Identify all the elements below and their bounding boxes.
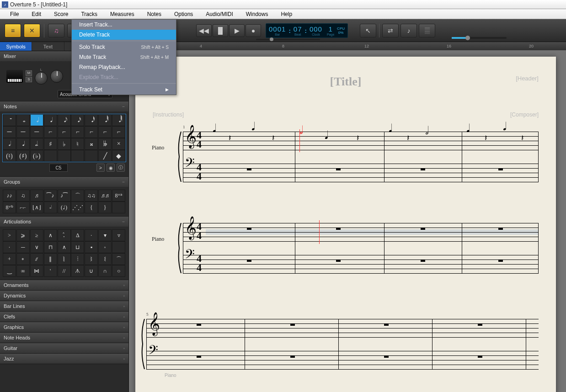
- score-title[interactable]: [Title]: [330, 75, 362, 89]
- whole-rest[interactable]: [421, 228, 425, 230]
- menu-audio-midi[interactable]: Audio/MIDI: [199, 10, 239, 19]
- note-symbol-cell[interactable]: ⌐: [71, 126, 84, 138]
- group-symbol-cell[interactable]: ⌊∧⌋: [30, 201, 43, 213]
- whole-rest[interactable]: [498, 168, 503, 170]
- whole-rest[interactable]: [197, 355, 201, 358]
- note-symbol-cell[interactable]: [58, 150, 71, 162]
- note-symbol-cell[interactable]: 𝅗𝅥: [30, 114, 43, 126]
- articulation-symbol-cell[interactable]: //: [58, 265, 71, 277]
- group-symbol-cell[interactable]: ♪♪: [3, 190, 16, 201]
- articulation-symbol-cell[interactable]: ∥: [44, 253, 57, 265]
- whole-rest[interactable]: [197, 323, 201, 326]
- articulation-symbol-cell[interactable]: ·: [3, 241, 16, 253]
- collapsed-header-graphics[interactable]: Graphics▫: [0, 322, 128, 332]
- tab-symbols[interactable]: Symbols: [0, 42, 32, 51]
- collapsed-header-note heads[interactable]: Note Heads▫: [0, 333, 128, 343]
- note-symbol-cell[interactable]: 𝅘𝅥𝅮: [58, 114, 71, 126]
- dd-track-set[interactable]: Track Set▶: [72, 85, 176, 95]
- articulation-symbol-cell[interactable]: ○: [112, 265, 125, 277]
- group-symbol-cell[interactable]: ⌒: [71, 190, 84, 201]
- articulation-symbol-cell[interactable]: ∞: [16, 265, 30, 277]
- note-symbol-cell[interactable]: ♭: [58, 138, 71, 150]
- articulation-symbol-cell[interactable]: ⩾: [16, 229, 30, 241]
- group-symbol-cell[interactable]: ♪⁀: [58, 190, 71, 201]
- menu-file[interactable]: File: [4, 10, 25, 19]
- group-symbol-cell[interactable]: 𝆺𝅥: [44, 201, 57, 213]
- articulation-symbol-cell[interactable]: ∨: [30, 241, 43, 253]
- transport-counter[interactable]: 0001Bar: 07Beat: 000Clock 1Page CPU0%: [266, 23, 348, 38]
- note-symbol-cell[interactable]: 𝄪: [85, 138, 98, 150]
- groups-header[interactable]: Groups−: [0, 177, 128, 187]
- menu-score[interactable]: Score: [48, 10, 75, 19]
- articulation-symbol-cell[interactable]: ⊔: [71, 241, 84, 253]
- articulation-symbol-cell[interactable]: ⊓: [44, 241, 57, 253]
- articulation-symbol-cell[interactable]: ⌒: [112, 253, 125, 265]
- collapsed-header-dynamics[interactable]: Dynamics▫: [0, 291, 128, 301]
- note-symbol-cell[interactable]: 𝅗𝅥.: [3, 138, 16, 150]
- tb-stop-button[interactable]: ▐▌: [213, 24, 228, 37]
- articulation-symbol-cell[interactable]: ∩: [98, 265, 112, 277]
- note-symbol-cell[interactable]: ⌐: [58, 126, 71, 138]
- articulation-symbol-cell[interactable]: >: [3, 229, 16, 241]
- zoom-thumb[interactable]: [465, 36, 470, 40]
- group-symbol-cell[interactable]: ♫: [16, 190, 30, 201]
- info-btn[interactable]: ⓘ: [117, 164, 125, 172]
- whole-rest[interactable]: [384, 355, 389, 358]
- articulation-symbol-cell[interactable]: ∘: [16, 253, 30, 265]
- note-symbol-cell[interactable]: 𝄻: [3, 114, 16, 126]
- collapsed-header-bar lines[interactable]: Bar Lines▫: [0, 301, 128, 311]
- zoom-slider[interactable]: [452, 37, 507, 39]
- collapsed-header-jazz[interactable]: Jazz▫: [0, 354, 128, 364]
- group-symbol-cell[interactable]: 8ᵛᵃ: [112, 190, 125, 201]
- articulation-symbol-cell[interactable]: ∧: [44, 229, 57, 241]
- articulation-symbol-cell[interactable]: ▪: [85, 241, 98, 253]
- note-symbol-cell[interactable]: ◆: [112, 150, 125, 162]
- solo-button[interactable]: S: [26, 77, 32, 82]
- note-symbol-cell[interactable]: ♯: [44, 138, 57, 150]
- note-symbol-cell[interactable]: 𝅘𝅥𝅰: [85, 114, 98, 126]
- whole-rest[interactable]: [478, 355, 482, 358]
- tb-view-button[interactable]: 𝄛: [419, 24, 435, 37]
- accent-btn[interactable]: >: [96, 164, 105, 172]
- tb-swap-button[interactable]: ⇄: [382, 24, 399, 37]
- articulation-symbol-cell[interactable]: ⫽: [30, 253, 43, 265]
- composer-placeholder[interactable]: [Composer]: [510, 111, 539, 118]
- note-symbol-cell[interactable]: ⌐: [98, 126, 112, 138]
- articulation-symbol-cell[interactable]: [112, 241, 125, 253]
- articulation-symbol-cell[interactable]: ▿: [112, 229, 125, 241]
- articulation-symbol-cell[interactable]: ⧘: [85, 253, 98, 265]
- score-page[interactable]: [Header] [Title] [Header] [Instructions]…: [135, 57, 556, 392]
- whole-rest[interactable]: [384, 323, 389, 326]
- note-symbol-cell[interactable]: ─: [16, 126, 30, 138]
- notes-header[interactable]: Notes−: [0, 101, 128, 111]
- whole-rest[interactable]: [478, 323, 482, 326]
- note-symbol-cell[interactable]: (♮): [3, 150, 16, 162]
- note-symbol-cell[interactable]: [85, 150, 98, 162]
- group-symbol-cell[interactable]: (♩): [58, 201, 71, 213]
- articulation-symbol-cell[interactable]: ∪: [85, 265, 98, 277]
- group-symbol-cell[interactable]: ⌐⌐: [16, 201, 30, 213]
- whole-rest[interactable]: [336, 228, 341, 230]
- whole-rest[interactable]: [290, 355, 295, 358]
- note-symbol-cell[interactable]: (♯): [16, 150, 30, 162]
- articulation-symbol-cell[interactable]: ▾: [98, 229, 112, 241]
- articulation-symbol-cell[interactable]: ⋈: [30, 265, 43, 277]
- tab-text[interactable]: Text: [32, 42, 64, 51]
- note-symbol-cell[interactable]: [71, 150, 84, 162]
- group-symbol-cell[interactable]: {: [85, 201, 98, 213]
- whole-rest[interactable]: [247, 168, 251, 170]
- tb-list-button[interactable]: ≡: [5, 24, 21, 37]
- group-symbol-cell[interactable]: [112, 201, 125, 213]
- articulation-symbol-cell[interactable]: ◦: [98, 241, 112, 253]
- collapsed-header-ornaments[interactable]: Ornaments▫: [0, 280, 128, 290]
- menu-measures[interactable]: Measures: [104, 10, 141, 19]
- articulation-symbol-cell[interactable]: ∆: [71, 229, 84, 241]
- articulations-header[interactable]: Articulations−: [0, 217, 128, 227]
- octave-display[interactable]: C5: [49, 164, 68, 172]
- articulation-symbol-cell[interactable]: ·: [85, 229, 98, 241]
- articulation-symbol-cell[interactable]: ⧙: [98, 253, 112, 265]
- group-symbol-cell[interactable]: 8ᵛᵇ: [3, 201, 16, 213]
- score-scroll[interactable]: [Header] [Title] [Header] [Instructions]…: [129, 50, 566, 392]
- staff-bass[interactable]: 𝄢 44: [183, 255, 539, 273]
- staff-treble[interactable]: 𝄞 44: [183, 223, 539, 241]
